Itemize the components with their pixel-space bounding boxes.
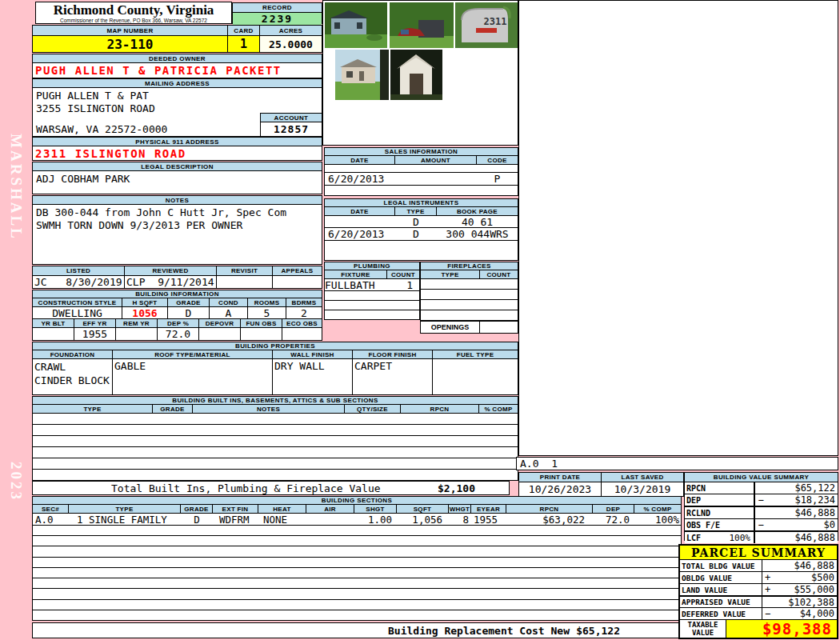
svg-text:2311: 2311 bbox=[484, 16, 507, 27]
bvs-op bbox=[755, 507, 766, 518]
bvs-label: OBS F/E bbox=[685, 519, 755, 530]
bi-grade-label: GRADE bbox=[153, 405, 193, 413]
sales-date-value bbox=[325, 186, 395, 195]
bvs-op: − bbox=[755, 494, 766, 506]
fixture-label: FIXTURE bbox=[325, 270, 387, 278]
legal-instrument-row: 6/20/2013 D 300 044WRS bbox=[325, 228, 518, 241]
empty-row bbox=[33, 414, 518, 425]
grade-value: D bbox=[168, 307, 210, 318]
sec-extfin-label: EXT FIN bbox=[213, 505, 258, 513]
fireplace-count-label: COUNT bbox=[480, 270, 518, 278]
reviewed-value: CLP 9/11/2014 bbox=[125, 276, 217, 288]
bvs-op: − bbox=[755, 519, 766, 530]
wall-finish-value: DRY WALL bbox=[273, 359, 353, 394]
legal-instrument-row: D 40 61 bbox=[325, 216, 518, 228]
effyr-label: EFF YR bbox=[74, 319, 116, 327]
sales-row bbox=[325, 165, 518, 173]
parcel-label: LAND VALUE bbox=[680, 584, 762, 595]
built-ins-title: BUILDING BUILT INS, BASEMENTS, ATTICS & … bbox=[33, 397, 518, 405]
hsqft-value: 1056 bbox=[122, 307, 168, 318]
effyr-value: 1955 bbox=[74, 328, 116, 340]
building-info-title: BUILDING INFORMATION bbox=[33, 290, 322, 298]
sales-code-value bbox=[477, 186, 518, 195]
sec-sqft-label: SQFT bbox=[397, 505, 449, 513]
photo-house-side[interactable] bbox=[335, 50, 389, 100]
reviewed-label: REVIEWED bbox=[125, 266, 217, 275]
sec-shgt-label: SHGT bbox=[354, 505, 397, 513]
floor-finish-label: FLOOR FINISH bbox=[353, 350, 433, 358]
bvs-op bbox=[755, 482, 766, 494]
physical-address-value: 2311 ISLINGTON ROAD bbox=[33, 146, 322, 160]
replacement-cost-label: Building Replacement Cost New bbox=[388, 625, 570, 637]
parcel-op bbox=[762, 597, 773, 607]
parcel-op bbox=[762, 560, 773, 571]
empty-row bbox=[33, 470, 518, 480]
photo-mailbox-2311[interactable]: 2311 bbox=[455, 2, 518, 48]
photo-house-front[interactable] bbox=[325, 2, 387, 48]
parcel-label: TOTAL BLDG VALUE bbox=[680, 560, 762, 571]
photo-vehicle-shed[interactable] bbox=[390, 2, 454, 48]
cond-value: A bbox=[210, 307, 248, 318]
sec-type-label: TYPE bbox=[69, 505, 181, 513]
li-type-value: D bbox=[395, 228, 437, 240]
sec-comp-value: 100% bbox=[634, 514, 681, 525]
ecoobs-label: ECO OBS bbox=[282, 319, 322, 327]
legal-description-label: LEGAL DESCRIPTION bbox=[33, 162, 322, 171]
bvs-value: $46,888 bbox=[766, 507, 838, 518]
bi-notes-label: NOTES bbox=[193, 405, 345, 413]
empty-row bbox=[325, 301, 419, 310]
bvs-label: LCF bbox=[686, 534, 701, 542]
cond-label: COND bbox=[210, 298, 248, 306]
yrblt-label: YR BLT bbox=[33, 319, 74, 327]
parcel-label: DEFERRED VALUE bbox=[680, 608, 762, 619]
built-ins-total-label: Total Built Ins, Plumbing & Fireplace Va… bbox=[111, 482, 381, 494]
sec-heat-value: NONE bbox=[258, 514, 306, 525]
depovr-value bbox=[199, 328, 241, 340]
bvs-op bbox=[755, 532, 766, 543]
sales-amount-label: AMOUNT bbox=[395, 156, 477, 164]
dep-pct-value: 72.0 bbox=[158, 328, 199, 340]
empty-row bbox=[325, 291, 419, 301]
empty-row bbox=[33, 589, 681, 599]
county-title: Richmond County, Virginia bbox=[36, 3, 231, 18]
parcel-row: DEFERRED VALUE − $4,000 bbox=[680, 608, 837, 620]
plumbing-box: PLUMBING FIXTURE COUNT FULLBATH 1 bbox=[324, 262, 420, 320]
legal-instruments-box: LEGAL INSTRUMENTS DATE TYPE BOOK PAGE D … bbox=[324, 198, 518, 261]
rooms-value: 5 bbox=[248, 307, 286, 318]
empty-row bbox=[325, 310, 419, 319]
card-label: CARD bbox=[228, 26, 260, 35]
construction-style-label: CONSTRUCTION STYLE bbox=[33, 298, 122, 306]
bvs-row: RCLND $46,888 bbox=[685, 507, 838, 519]
replacement-cost-value: $65,122 bbox=[576, 625, 620, 637]
last-saved-label: LAST SAVED bbox=[602, 473, 683, 482]
acres-value: 25.0000 bbox=[260, 36, 322, 52]
sales-row bbox=[325, 186, 518, 195]
parcel-row: APPRAISED VALUE $102,388 bbox=[680, 596, 837, 608]
funobs-value bbox=[241, 328, 282, 340]
account-box: ACCOUNT 12857 bbox=[260, 113, 322, 137]
empty-row bbox=[33, 536, 681, 546]
bvs-row: LCF 100% $46,888 bbox=[685, 532, 838, 543]
building-value-summary: BUILDING VALUE SUMMARY RPCN $65,122 DEP … bbox=[684, 472, 838, 541]
deeded-owner-value: PUGH ALLEN T & PATRICIA PACKETT bbox=[33, 63, 322, 78]
empty-row bbox=[33, 447, 518, 458]
foundation-value: CRAWL CINDER BLOCK bbox=[33, 359, 113, 394]
fireplaces-title: FIREPLACES bbox=[421, 262, 518, 270]
parcel-value: $46,888 bbox=[773, 560, 837, 571]
revisit-value bbox=[217, 276, 273, 288]
sec-rpcn-value: $63,022 bbox=[506, 514, 593, 525]
dep-pct-label: DEP % bbox=[158, 319, 199, 327]
taxable-label-line2: VALUE bbox=[692, 629, 714, 637]
bvs-label: RPCN bbox=[685, 482, 755, 494]
record-label: RECORD bbox=[233, 3, 322, 13]
sec-eyear-label: EYEAR bbox=[471, 505, 506, 513]
sec-value: A.0 bbox=[33, 514, 69, 525]
empty-row bbox=[33, 458, 518, 470]
photo-outbuilding[interactable] bbox=[390, 50, 442, 100]
li-bookpage-value: 40 61 bbox=[437, 216, 518, 227]
acres-label: ACRES bbox=[260, 26, 322, 35]
bi-comp-label: % COMP bbox=[479, 405, 518, 413]
listed-value: JC 8/30/2019 bbox=[33, 276, 125, 288]
fireplace-type-label: TYPE bbox=[421, 270, 480, 278]
li-date-label: DATE bbox=[325, 207, 395, 215]
